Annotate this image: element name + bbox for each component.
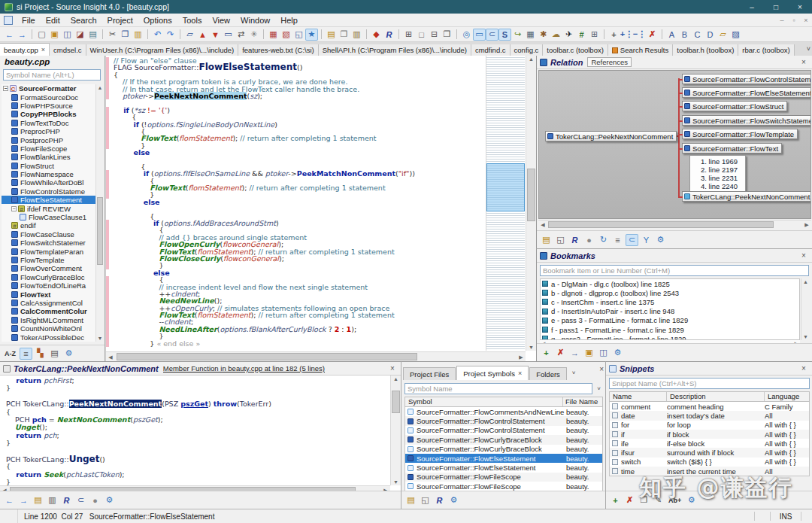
style-folder-icon[interactable]: ▱ [717, 29, 729, 41]
history-clock-icon[interactable]: ◎ [460, 29, 473, 41]
bookmark-item[interactable]: e - pass 3 - FormatLine - format.c line … [541, 316, 799, 325]
settings-gear-icon[interactable]: ⚙ [447, 494, 460, 506]
fly-icon[interactable]: ✈ [562, 29, 575, 41]
file-tab[interactable]: toolbar.c (toolbox) [543, 44, 608, 56]
new-tab-icon[interactable]: ◱ [292, 29, 305, 41]
r-macro-icon[interactable]: R [568, 234, 581, 246]
line-reference[interactable]: 1. line 1969 [701, 157, 738, 166]
compile-project-icon[interactable]: ▧ [280, 29, 292, 41]
relation-node[interactable]: SourceFormatter::FlowControlStatement [682, 74, 811, 84]
copy-icon[interactable]: ❐ [119, 29, 132, 41]
window-full-icon[interactable]: □ [415, 29, 428, 41]
mdi-close-icon[interactable]: × [800, 17, 812, 24]
open-file-icon[interactable]: ▣ [48, 29, 61, 41]
settings-gear-icon[interactable]: ⚙ [685, 494, 698, 506]
bookmark-item[interactable]: f - pass1 - FormatLine - format.c line 1… [541, 325, 799, 334]
file-tab[interactable]: toolbar.h (toolbox) [673, 44, 738, 56]
menu-project[interactable]: Project [102, 14, 138, 27]
r-macro-icon[interactable]: R [60, 494, 73, 506]
remove-bookmark-icon[interactable]: ✗ [554, 347, 567, 359]
paste-icon[interactable]: ▥ [132, 29, 144, 41]
r-macro-icon[interactable]: R [433, 494, 446, 506]
symbols-column-file[interactable]: File Name [563, 397, 602, 406]
menu-options[interactable]: Options [138, 14, 177, 27]
file-tab[interactable]: ShellAPI.h (C:\Program Files (x86)\...\i… [319, 44, 471, 56]
keep-book-icon[interactable]: ▤ [540, 234, 553, 246]
search-files-icon[interactable]: ✳ [247, 29, 260, 41]
tree-item[interactable]: FlowFileScope [2, 144, 96, 153]
tree-item[interactable]: FlowElseStatement [2, 196, 96, 204]
tree-item[interactable]: FlowTextToDoc [2, 119, 96, 127]
nav-back-icon[interactable]: ← [3, 29, 16, 41]
tree-item[interactable]: FlowOverComment [2, 264, 96, 272]
bookmark-item[interactable]: d - InsertIsInAutoPair - insert.c line 9… [541, 307, 799, 316]
symbol-row[interactable]: SourceFormatter::FlowFileScopebeauty. [405, 473, 602, 482]
book-view-icon[interactable]: ▤ [48, 348, 61, 360]
menu-window[interactable]: Window [235, 14, 275, 27]
symbol-row[interactable]: SourceFormatter::FlowCurlyBraceBlockbeau… [405, 435, 602, 444]
tree-item[interactable]: FlowCaseClause [2, 230, 96, 239]
relation-horizontal-scrollbar[interactable]: ◀ ▶ [538, 220, 811, 229]
nav-forward-icon[interactable]: → [17, 494, 30, 506]
tree-expander-icon[interactable]: − [11, 206, 17, 211]
tree-item[interactable]: IsRightMLComment [2, 316, 96, 324]
file-tab[interactable]: rbar.c (toolbox) [738, 44, 794, 56]
indent-less-icon[interactable]: −⋮ [633, 29, 646, 41]
indent-more-icon[interactable]: +⋮ [620, 29, 633, 41]
file-tab[interactable]: cmdsel.c [50, 44, 86, 56]
bookmarks-close-icon[interactable]: × [798, 251, 809, 260]
jump-to-caller-icon[interactable]: ▼ [209, 29, 222, 41]
list-view-icon[interactable]: ≡ [20, 348, 32, 360]
menu-search[interactable]: Search [65, 14, 102, 27]
editor-vertical-scrollbar[interactable]: ▲ ▼ [526, 56, 536, 351]
save-file-icon[interactable]: ◫ [61, 29, 74, 41]
relation-node[interactable]: SourceFormatter::FlowTemplate [682, 129, 798, 139]
context-subtitle-link[interactable]: Member Function in beauty.cpp at line 18… [163, 364, 325, 372]
bookmarks-scrollbar[interactable]: ▲ ▼ [801, 278, 810, 340]
r-macro-icon[interactable]: R [383, 29, 395, 41]
context-vertical-scrollbar[interactable]: ▲ ▼ [390, 376, 401, 485]
relation-node[interactable]: SourceFormatter::FlowElseStatement [682, 87, 811, 98]
browse-files-icon[interactable]: ❐ [338, 29, 350, 41]
save-all-icon[interactable]: ◪ [74, 29, 86, 41]
file-tab[interactable]: Search Results [608, 44, 673, 56]
relation-mode-selector[interactable]: References [587, 57, 632, 67]
style-grid-icon[interactable]: ▨ [729, 29, 742, 41]
mdi-restore-icon[interactable]: ▫ [788, 17, 800, 24]
close-button[interactable]: × [788, 0, 812, 14]
keep-book-icon[interactable]: ▤ [404, 494, 417, 506]
symbol-row[interactable]: SourceFormatter::FlowControlStatementbea… [405, 416, 602, 425]
snippet-row[interactable]: dateinsert today's dateAll [610, 411, 809, 420]
relation-icon[interactable]: ⊂ [74, 494, 87, 506]
tree-item[interactable]: PostprocPHP [2, 135, 96, 144]
symbol-row[interactable]: SourceFormatter::FlowElseStatementbeauty… [405, 463, 602, 472]
menu-help[interactable]: Help [275, 14, 303, 27]
symbol-row[interactable]: SourceFormatter::FlowFileScopebeauty. [405, 482, 602, 491]
file-tab[interactable]: features-web.txt (C:\si) [238, 44, 319, 56]
relation-node-source[interactable]: TokerCLang::PeekNextNonComment [545, 131, 677, 141]
style-d-icon[interactable]: D [704, 29, 717, 41]
symbols-tab[interactable]: Project Symbols× [456, 366, 529, 380]
select-mode-icon[interactable]: ▭ [473, 29, 486, 41]
line-reference[interactable]: 4. line 2240 [701, 182, 738, 190]
minimize-button[interactable]: – [740, 0, 764, 14]
tree-item[interactable]: FlowStruct [2, 162, 96, 170]
graph-vertical-icon[interactable]: Y [640, 234, 653, 246]
tree-item[interactable]: FlowBlankLines [2, 153, 96, 161]
relation-node[interactable]: TokerCLang::PeekNextNonComment [682, 191, 811, 202]
window-tile-icon[interactable]: ⊞ [402, 29, 415, 41]
tree-item[interactable]: −CSourceFormatter [2, 84, 96, 93]
graph-horizontal-icon[interactable]: ⊂ [626, 234, 638, 246]
symbols-column-symbol[interactable]: Symbol [405, 397, 563, 406]
goto-icon[interactable]: ↪ [511, 29, 524, 41]
line-reference[interactable]: 2. line 2197 [701, 166, 738, 174]
symbols-tab-chevron-icon[interactable]: ˅ [572, 369, 576, 376]
sidebar-splitter[interactable] [105, 56, 106, 361]
tree-item[interactable]: FlowToEndOfLineRa [2, 281, 96, 290]
browse-project-icon[interactable]: ▥ [350, 29, 363, 41]
snippet-row[interactable]: timeinsert the current timeAll [610, 467, 809, 476]
new-snippet-icon[interactable]: + [609, 494, 622, 506]
tree-item[interactable]: FlowWhileAfterDoBl [2, 178, 96, 187]
symbol-row[interactable]: SourceFormatter::FlowControlStatementbea… [405, 426, 602, 435]
tab-overflow-chevron-icon[interactable]: ˅ [807, 45, 810, 53]
